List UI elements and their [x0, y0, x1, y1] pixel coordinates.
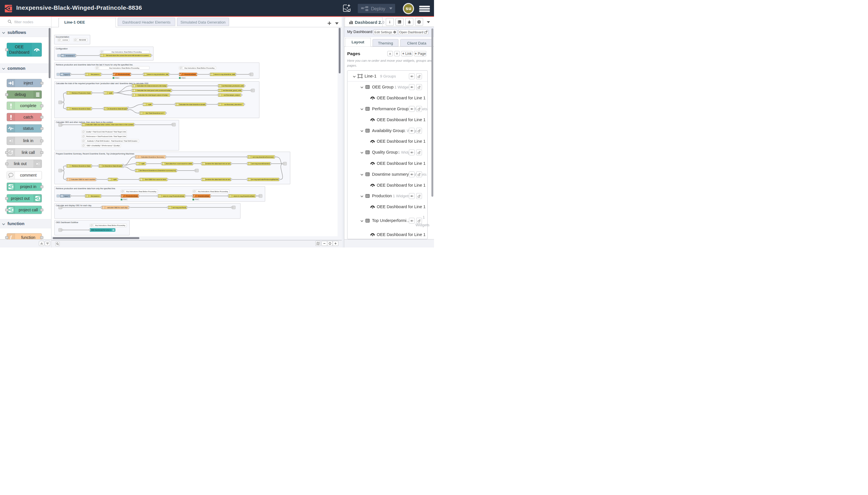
svg-text:f: f: [137, 156, 138, 158]
svg-text:i: i: [389, 20, 390, 24]
svg-text:f: f: [68, 178, 69, 181]
svg-text:f: f: [103, 206, 104, 209]
